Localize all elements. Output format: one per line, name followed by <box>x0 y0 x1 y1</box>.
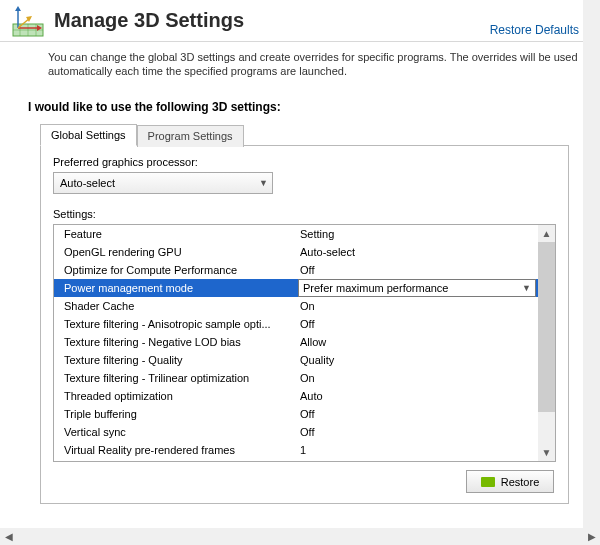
settings-row[interactable]: Optimize for Compute PerformanceOff <box>54 261 538 279</box>
settings-row-value: Off <box>298 315 538 333</box>
settings-row[interactable]: Texture filtering - Negative LOD biasAll… <box>54 333 538 351</box>
settings-row-feature: OpenGL rendering GPU <box>60 243 298 261</box>
settings-row[interactable]: Threaded optimizationAuto <box>54 387 538 405</box>
settings-row-feature: Triple buffering <box>60 405 298 423</box>
settings-row-value: Off <box>298 405 538 423</box>
settings-row-feature: Vertical sync <box>60 423 298 441</box>
global-settings-panel: Preferred graphics processor: Auto-selec… <box>40 145 569 504</box>
settings-row[interactable]: Texture filtering - QualityQuality <box>54 351 538 369</box>
settings-row-feature: Texture filtering - Quality <box>60 351 298 369</box>
settings-row-value[interactable]: Prefer maximum performance▼ <box>298 279 536 297</box>
header-bar: Manage 3D Settings Restore Defaults <box>0 0 593 42</box>
settings-row-value: Auto-select <box>298 243 538 261</box>
settings-row[interactable]: Texture filtering - Anisotropic sample o… <box>54 315 538 333</box>
tab-global-settings[interactable]: Global Settings <box>40 124 137 146</box>
page-title: Manage 3D Settings <box>54 6 244 34</box>
column-header-setting: Setting <box>298 225 538 243</box>
nvidia-3d-icon <box>12 6 44 38</box>
restore-button-label: Restore <box>501 476 540 488</box>
settings-list-header: Feature Setting <box>54 225 538 243</box>
scroll-up-icon[interactable]: ▲ <box>538 225 555 242</box>
settings-prompt: I would like to use the following 3D set… <box>0 82 593 124</box>
settings-row[interactable]: Triple bufferingOff <box>54 405 538 423</box>
preferred-processor-select[interactable]: Auto-select ▼ <box>53 172 273 194</box>
settings-row-value: On <box>298 369 538 387</box>
restore-defaults-link[interactable]: Restore Defaults <box>490 23 579 37</box>
scroll-down-icon[interactable]: ▼ <box>538 444 555 461</box>
panel-button-row: Restore <box>53 470 556 493</box>
restore-button[interactable]: Restore <box>466 470 554 493</box>
settings-row-feature: Shader Cache <box>60 297 298 315</box>
settings-row-value: Quality <box>298 351 538 369</box>
nvidia-logo-icon <box>481 477 495 487</box>
preferred-processor-value: Auto-select <box>60 177 115 189</box>
svg-marker-6 <box>15 6 21 11</box>
settings-row[interactable]: Virtual Reality pre-rendered frames1 <box>54 441 538 459</box>
column-header-feature: Feature <box>60 225 298 243</box>
chevron-down-icon: ▼ <box>259 178 268 188</box>
settings-row[interactable]: Vertical syncOff <box>54 423 538 441</box>
window-horizontal-scrollbar[interactable]: ◀ ▶ <box>0 528 600 545</box>
settings-row-value: Allow <box>298 333 538 351</box>
settings-row-value: Off <box>298 261 538 279</box>
settings-row-feature: Threaded optimization <box>60 387 298 405</box>
settings-row-feature: Texture filtering - Anisotropic sample o… <box>60 315 298 333</box>
settings-row[interactable]: Shader CacheOn <box>54 297 538 315</box>
settings-row-feature: Texture filtering - Trilinear optimizati… <box>60 369 298 387</box>
tabs-container: Global Settings Program Settings Preferr… <box>40 124 569 504</box>
settings-row-value-text: Prefer maximum performance <box>303 280 449 296</box>
settings-row-value: Off <box>298 423 538 441</box>
settings-row-feature: Texture filtering - Negative LOD bias <box>60 333 298 351</box>
window-vertical-scrollbar[interactable] <box>583 0 600 528</box>
settings-scrollbar[interactable]: ▲ ▼ <box>538 225 555 461</box>
content-frame: Manage 3D Settings Restore Defaults You … <box>0 0 595 528</box>
settings-list-label: Settings: <box>53 208 556 220</box>
settings-row-feature: Optimize for Compute Performance <box>60 261 298 279</box>
settings-row[interactable]: Texture filtering - Trilinear optimizati… <box>54 369 538 387</box>
settings-row-feature: Virtual Reality pre-rendered frames <box>60 441 298 459</box>
scroll-right-icon[interactable]: ▶ <box>583 528 600 545</box>
scroll-thumb[interactable] <box>538 242 555 412</box>
tab-program-settings[interactable]: Program Settings <box>137 125 244 147</box>
settings-row-feature: Power management mode <box>60 279 298 297</box>
preferred-processor-label: Preferred graphics processor: <box>53 156 556 168</box>
settings-list: Feature Setting OpenGL rendering GPUAuto… <box>53 224 556 462</box>
settings-row-value: On <box>298 297 538 315</box>
settings-row-value: 1 <box>298 441 538 459</box>
page-description: You can change the global 3D settings an… <box>0 42 593 82</box>
settings-row-value: Auto <box>298 387 538 405</box>
settings-row[interactable]: OpenGL rendering GPUAuto-select <box>54 243 538 261</box>
chevron-down-icon: ▼ <box>522 280 531 296</box>
scroll-left-icon[interactable]: ◀ <box>0 528 17 545</box>
tab-strip: Global Settings Program Settings <box>40 124 569 146</box>
settings-row[interactable]: Power management modePrefer maximum perf… <box>54 279 538 297</box>
